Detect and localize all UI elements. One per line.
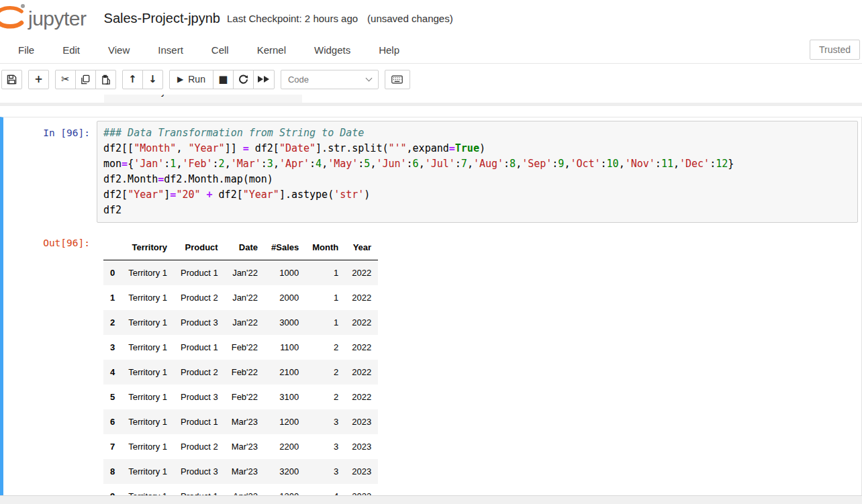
table-cell: 2023 [345,459,378,484]
checkpoint-status: Last Checkpoint: 2 hours ago [227,13,358,24]
autosave-status: (unsaved changes) [367,13,453,24]
table-cell: Product 3 [174,459,225,484]
row-index: 71 [104,95,127,103]
header-top: jupyter Sales-Project-jpynb Last Checkpo… [0,0,862,36]
code-line: df2[["Month", "Year"]] = df2["Date"].str… [103,141,851,156]
table-cell: Territory 1 [122,459,174,484]
table-cell: Territory 1 [122,434,174,459]
menubar-items: FileEditViewInsertCellKernelWidgetsHelp [4,38,414,62]
stop-icon: ■ [218,74,228,85]
table-cell: Mar'23 [225,434,265,459]
trusted-button[interactable]: Trusted [810,40,860,60]
table-cell: Feb'22 [225,385,265,409]
row-index: 1 [103,285,122,310]
table-cell: 1 [305,310,345,335]
restart-kernel-button[interactable] [233,70,254,89]
paste-icon [101,74,111,85]
chevron-down-icon [365,74,372,81]
output-content: TerritoryProductDate#SalesMonthYear 0Ter… [97,227,858,497]
interrupt-kernel-button[interactable]: ■ [213,70,234,89]
menu-item-kernel[interactable]: Kernel [243,38,300,62]
cell-input-area: In [96]: ### Data Transformation from St… [3,121,858,223]
table-cell: 2022 [345,260,378,286]
keyboard-icon [391,75,403,84]
code-editor[interactable]: ### Data Transformation from String to D… [97,121,858,223]
table-cell: Feb'22 [225,360,265,385]
input-prompt: In [96]: [3,121,97,223]
save-button[interactable] [1,70,22,89]
table-cell: 2200 [265,434,305,459]
menu-item-insert[interactable]: Insert [144,38,197,62]
column-header: Month [305,235,345,260]
table-cell: Mar'23 [225,459,265,484]
copy-cell-button[interactable] [75,70,96,89]
jupyter-logo-icon [0,2,27,34]
table-cell: Product 3 [179,95,230,103]
table-cell: 2100 [265,360,305,385]
table-cell: 2000 [265,285,305,310]
table-cell: 3000 [265,310,305,335]
menu-item-help[interactable]: Help [365,38,414,62]
move-cell-down-button[interactable]: ↓ [142,70,163,89]
table-cell: 2022 [345,385,378,409]
table-cell: Territory 1 [122,310,174,335]
command-palette-button[interactable] [385,70,410,89]
table-cell: 2022 [345,285,378,310]
run-button[interactable]: ▶ Run [169,70,213,89]
restart-run-all-button[interactable] [253,70,275,89]
table-cell: 3 [305,434,345,459]
table-row: 2Territory 1Product 3Jan'22300012022 [103,310,378,335]
menu-item-widgets[interactable]: Widgets [300,38,365,62]
table-cell: 2 [305,335,345,360]
table-cell: 1200 [265,409,305,434]
menu-item-file[interactable]: File [4,38,48,62]
move-cell-up-button[interactable]: ↑ [122,70,143,89]
paste-cell-button[interactable] [95,70,116,89]
cell-type-dropdown[interactable]: Code [281,70,379,89]
menu-item-view[interactable]: View [94,38,144,62]
jupyter-logo[interactable]: jupyter [0,2,87,34]
table-cell: 2023 [345,409,378,434]
table-cell: Territory 1 [122,360,174,385]
table-cell: 3100 [265,385,305,409]
table-cell: Jan'22 [225,310,265,335]
menu-item-cell[interactable]: Cell [197,38,243,62]
cut-cell-button[interactable]: ✂ [55,70,76,89]
table-cell: Product 3 [174,310,225,335]
table-cell: Territory 1 [122,385,174,409]
cell-type-value: Code [288,74,309,85]
column-header: #Sales [265,235,305,260]
code-line: mon={'Jan':1,'Feb':2,'Mar':3,'Apr':4,'Ma… [103,156,851,172]
menubar: FileEditViewInsertCellKernelWidgetsHelp … [0,36,862,64]
row-index: 7 [103,434,122,459]
column-header: Date [225,235,265,260]
dataframe-body: 0Territory 1Product 1Jan'221000120221Ter… [103,260,378,497]
table-cell: Product 1 [174,335,225,360]
table-cell: Jan'22 [225,285,265,310]
table-cell: 3200 [265,459,305,484]
table-cell: 3 [305,459,345,484]
table-cell: Product 1 [174,260,225,286]
menu-item-edit[interactable]: Edit [48,38,94,62]
clipped-table-row: 71Territory 4Product 3Jun'226600 [104,95,302,103]
floppy-icon [7,74,17,85]
selected-code-cell[interactable]: In [96]: ### Data Transformation from St… [0,117,862,497]
column-header: Year [345,235,378,260]
column-header: Product [174,235,225,260]
table-cell: Feb'22 [225,335,265,360]
row-index: 6 [103,409,122,434]
table-cell: 6600 [269,95,302,103]
run-label: Run [188,74,205,85]
notebook-header: jupyter Sales-Project-jpynb Last Checkpo… [0,0,862,95]
table-row: 1Territory 1Product 2Jan'22200012022 [103,285,378,310]
table-row: 4Territory 1Product 2Feb'22210022022 [103,360,378,385]
fast-forward-icon [258,76,270,83]
dataframe-table: TerritoryProductDate#SalesMonthYear 0Ter… [103,235,378,497]
arrow-up-icon: ↑ [128,74,137,85]
notebook-title[interactable]: Sales-Project-jpynb [104,11,220,26]
table-cell: Territory 4 [127,95,179,103]
table-cell: Product 3 [174,385,225,409]
insert-cell-button[interactable]: + [28,70,49,89]
toolbar: + ✂ ↑ ↓ [0,64,862,95]
column-header: Territory [122,235,174,260]
